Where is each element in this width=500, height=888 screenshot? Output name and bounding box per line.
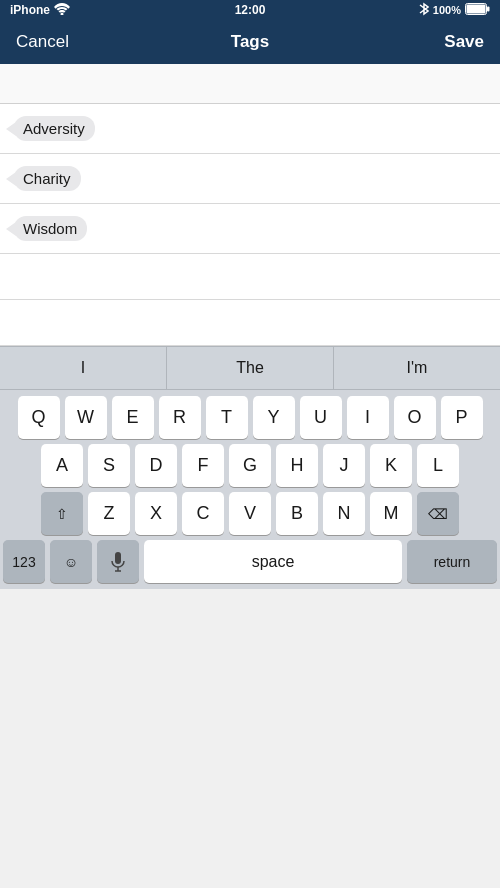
tag-arrow — [6, 222, 16, 236]
tag-item-wisdom[interactable]: Wisdom — [14, 216, 87, 241]
carrier-label: iPhone — [10, 3, 50, 17]
key-S[interactable]: S — [88, 444, 130, 487]
key-I[interactable]: I — [347, 396, 389, 439]
svg-rect-3 — [467, 5, 486, 14]
empty-row-1 — [0, 254, 500, 300]
keyboard-row-1: QWERTYUIOP — [3, 396, 497, 439]
key-P[interactable]: P — [441, 396, 483, 439]
key-V[interactable]: V — [229, 492, 271, 535]
tag-label: Charity — [23, 170, 71, 187]
key-H[interactable]: H — [276, 444, 318, 487]
key-Y[interactable]: Y — [253, 396, 295, 439]
tag-row-adversity[interactable]: Adversity — [0, 104, 500, 154]
autocomplete-bar: I The I'm — [0, 346, 500, 390]
space-key[interactable]: space — [144, 540, 402, 583]
tag-label: Wisdom — [23, 220, 77, 237]
tag-arrow — [6, 122, 16, 136]
key-J[interactable]: J — [323, 444, 365, 487]
wifi-icon — [54, 3, 70, 18]
battery-icon — [465, 3, 490, 17]
bluetooth-icon — [419, 2, 429, 18]
key-G[interactable]: G — [229, 444, 271, 487]
emoji-key[interactable]: ☺ — [50, 540, 92, 583]
key-O[interactable]: O — [394, 396, 436, 439]
key-K[interactable]: K — [370, 444, 412, 487]
key-R[interactable]: R — [159, 396, 201, 439]
svg-point-0 — [61, 12, 64, 15]
keyboard-row-4: 123☺ spacereturn — [3, 540, 497, 583]
tag-search-input[interactable] — [12, 75, 488, 93]
svg-rect-2 — [487, 7, 490, 12]
key-Z[interactable]: Z — [88, 492, 130, 535]
key-W[interactable]: W — [65, 396, 107, 439]
status-left: iPhone — [10, 3, 70, 18]
status-bar: iPhone 12:00 100% — [0, 0, 500, 20]
tag-row-charity[interactable]: Charity — [0, 154, 500, 204]
autocomplete-item-1[interactable]: The — [167, 347, 334, 389]
numbers-key[interactable]: 123 — [3, 540, 45, 583]
empty-row-2 — [0, 300, 500, 346]
nav-bar: Cancel Tags Save — [0, 20, 500, 64]
tag-arrow — [6, 172, 16, 186]
key-C[interactable]: C — [182, 492, 224, 535]
shift-key[interactable]: ⇧ — [41, 492, 83, 535]
tag-item-charity[interactable]: Charity — [14, 166, 81, 191]
tags-input-area[interactable] — [0, 64, 500, 104]
status-time: 12:00 — [235, 3, 266, 17]
key-M[interactable]: M — [370, 492, 412, 535]
key-X[interactable]: X — [135, 492, 177, 535]
page-title: Tags — [231, 32, 269, 52]
key-Q[interactable]: Q — [18, 396, 60, 439]
battery-label: 100% — [433, 4, 461, 16]
autocomplete-item-0[interactable]: I — [0, 347, 167, 389]
key-U[interactable]: U — [300, 396, 342, 439]
tag-label: Adversity — [23, 120, 85, 137]
delete-key[interactable]: ⌫ — [417, 492, 459, 535]
key-A[interactable]: A — [41, 444, 83, 487]
key-B[interactable]: B — [276, 492, 318, 535]
microphone-key[interactable] — [97, 540, 139, 583]
key-E[interactable]: E — [112, 396, 154, 439]
key-T[interactable]: T — [206, 396, 248, 439]
key-L[interactable]: L — [417, 444, 459, 487]
key-F[interactable]: F — [182, 444, 224, 487]
cancel-button[interactable]: Cancel — [16, 32, 69, 52]
tag-item-adversity[interactable]: Adversity — [14, 116, 95, 141]
key-N[interactable]: N — [323, 492, 365, 535]
tag-row-wisdom[interactable]: Wisdom — [0, 204, 500, 254]
save-button[interactable]: Save — [444, 32, 484, 52]
status-right: 100% — [419, 2, 490, 18]
autocomplete-item-2[interactable]: I'm — [334, 347, 500, 389]
key-D[interactable]: D — [135, 444, 177, 487]
svg-rect-4 — [115, 552, 121, 564]
keyboard-row-2: ASDFGHJKL — [3, 444, 497, 487]
keyboard: QWERTYUIOP ASDFGHJKL ⇧ZXCVBNM⌫ 123☺ spac… — [0, 390, 500, 589]
return-key[interactable]: return — [407, 540, 497, 583]
keyboard-row-3: ⇧ZXCVBNM⌫ — [3, 492, 497, 535]
